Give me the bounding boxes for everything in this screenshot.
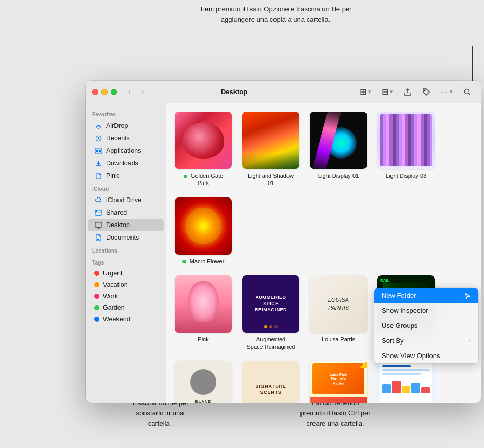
sidebar-label-pink: Pink <box>106 172 119 179</box>
svg-point-1 <box>465 89 469 94</box>
svg-rect-5 <box>95 148 98 150</box>
sidebar-item-pink[interactable]: Pink <box>88 169 164 182</box>
mktg-bar-3 <box>402 386 411 393</box>
file-thumb-pdf: Luna ParkFarmer'sMarket PDF <box>310 361 367 403</box>
file-item-louisa[interactable]: LOUISAPARRIS Louisa Parris <box>310 275 367 351</box>
pdf-fruit: Luna ParkFarmer'sMarket <box>312 363 364 394</box>
sidebar-item-garden[interactable]: Garden <box>88 302 164 313</box>
file-item-ggp[interactable]: Golden Gate Park <box>175 112 232 187</box>
louisa-text: LOUISAPARRIS <box>328 296 349 312</box>
sort-by-submenu-arrow: › <box>469 338 471 344</box>
file-label-ld3: Light Display 03 <box>386 172 426 179</box>
annotation-top: Tieni premuto il tasto Opzione e trascin… <box>192 4 359 24</box>
urgent-dot <box>94 271 99 276</box>
mktg-bars <box>382 378 430 393</box>
icloud-label: iCloud <box>86 182 166 194</box>
file-item-pdf[interactable]: Luna ParkFarmer'sMarket PDF Luna Park Fa… <box>310 361 367 403</box>
file-item-mf[interactable]: Macro Flower <box>175 197 232 265</box>
more-button[interactable]: ··· ▾ <box>438 86 456 98</box>
finder-window: ‹ › Desktop ⊞ ▾ ⊟ ▾ <box>86 81 481 403</box>
group-button[interactable]: ⊟ ▾ <box>378 85 396 99</box>
share-button[interactable] <box>400 86 415 98</box>
context-menu-show-view-options[interactable]: Show View Options <box>374 348 478 363</box>
mktg-bar-2 <box>392 381 401 393</box>
rail-overlay: RAIL <box>380 278 390 283</box>
file-item-bland[interactable]: BLANDWORKSHOP Bland Workshop <box>175 361 232 403</box>
mf-tag-dot <box>182 260 186 263</box>
pink-file-icon <box>94 172 102 180</box>
context-menu-use-groups[interactable]: Use Groups <box>374 318 478 333</box>
aug-dot-1 <box>264 325 267 328</box>
context-menu-new-folder[interactable]: New Folder <box>374 288 478 303</box>
svg-point-0 <box>424 90 425 91</box>
search-button[interactable] <box>460 86 475 98</box>
minimize-button[interactable] <box>101 89 108 95</box>
cursor-icon <box>465 293 471 299</box>
file-item-ls1[interactable]: Light and Shadow 01 <box>242 112 299 187</box>
svg-rect-11 <box>95 222 101 227</box>
sidebar-label-recents: Recents <box>106 135 130 142</box>
file-label-ls1: Light and Shadow 01 <box>245 172 297 187</box>
sidebar-item-downloads[interactable]: Downloads <box>88 157 164 169</box>
file-item-pink[interactable]: Pink <box>175 275 232 351</box>
sidebar-label-work: Work <box>103 293 118 300</box>
sidebar-item-shared[interactable]: Shared <box>88 206 164 219</box>
sidebar-item-documents[interactable]: Documents <box>88 231 164 244</box>
work-dot <box>94 294 99 299</box>
airdrop-icon <box>94 122 102 130</box>
sidebar-label-vacation: Vacation <box>103 281 128 288</box>
sidebar-label-garden: Garden <box>103 304 125 311</box>
context-menu-sort-by[interactable]: Sort By › <box>374 333 478 348</box>
sidebar-item-recents[interactable]: Recents <box>88 132 164 144</box>
sidebar-item-applications[interactable]: Applications <box>88 144 164 157</box>
weekend-dot <box>94 317 99 322</box>
aug-dot-3 <box>274 325 278 328</box>
file-label-mf: Macro Flower <box>182 258 225 265</box>
sidebar-item-airdrop[interactable]: AirDrop <box>88 120 164 132</box>
svg-rect-7 <box>95 151 98 154</box>
aug-dot-2 <box>269 325 272 328</box>
sidebar-item-weekend[interactable]: Weekend <box>88 313 164 325</box>
mktg-bar-1 <box>382 384 391 393</box>
file-item-mktg[interactable]: Marketing Fall 2019 <box>377 361 435 403</box>
file-item-ld3[interactable]: Light Display 03 <box>377 112 435 187</box>
sidebar-item-desktop[interactable]: Desktop <box>88 219 164 231</box>
tags-label: Tags <box>86 256 166 268</box>
sidebar-item-urgent[interactable]: Urgent <box>88 268 164 279</box>
mktg-title-line <box>382 365 411 367</box>
file-item-sig[interactable]: SIGNATURESCENTS Signature Scents <box>242 361 299 403</box>
sidebar-item-icloud-drive[interactable]: iCloud Drive <box>88 194 164 206</box>
view-toggle-button[interactable]: ⊞ ▾ <box>357 85 374 99</box>
sidebar-label-airdrop: AirDrop <box>106 122 128 129</box>
context-menu-show-inspector[interactable]: Show Inspector <box>374 303 478 318</box>
file-item-aug[interactable]: AUGMERIEDSPICEREIMAGINED AugmentedSpace … <box>242 275 299 351</box>
svg-line-2 <box>469 93 471 95</box>
downloads-icon <box>94 159 102 167</box>
tag-button[interactable] <box>419 86 434 98</box>
sidebar-label-applications: Applications <box>106 147 141 154</box>
aug-dots <box>264 325 278 328</box>
file-thumb-pink <box>175 275 232 333</box>
file-label-louisa: Louisa Parris <box>322 336 355 343</box>
svg-rect-8 <box>99 151 101 154</box>
sidebar-label-shared: Shared <box>106 209 127 216</box>
file-thumb-mf <box>175 197 232 255</box>
shared-icon <box>94 208 102 217</box>
file-row-3: BLANDWORKSHOP Bland Workshop SIGNATURESC… <box>175 361 473 403</box>
sidebar-item-vacation[interactable]: Vacation <box>88 279 164 291</box>
bland-circle <box>190 369 216 395</box>
main-content: Favorites AirDrop <box>86 103 481 403</box>
file-thumb-mktg <box>377 361 435 403</box>
sidebar-item-work[interactable]: Work <box>88 291 164 302</box>
desktop-icon <box>94 221 102 229</box>
close-button[interactable] <box>92 89 98 95</box>
sidebar-label-icloud-drive: iCloud Drive <box>106 196 141 204</box>
file-thumb-ld1 <box>310 112 367 169</box>
titlebar: ‹ › Desktop ⊞ ▾ ⊟ ▾ <box>86 81 481 103</box>
documents-icon <box>94 233 102 242</box>
svg-point-10 <box>96 210 97 212</box>
sidebar-label-desktop: Desktop <box>106 221 130 229</box>
file-row-1: Golden Gate Park Light and Shadow 01 Lig… <box>175 112 473 265</box>
applications-icon <box>94 147 102 155</box>
file-item-ld1[interactable]: Light Display 01 <box>310 112 367 187</box>
